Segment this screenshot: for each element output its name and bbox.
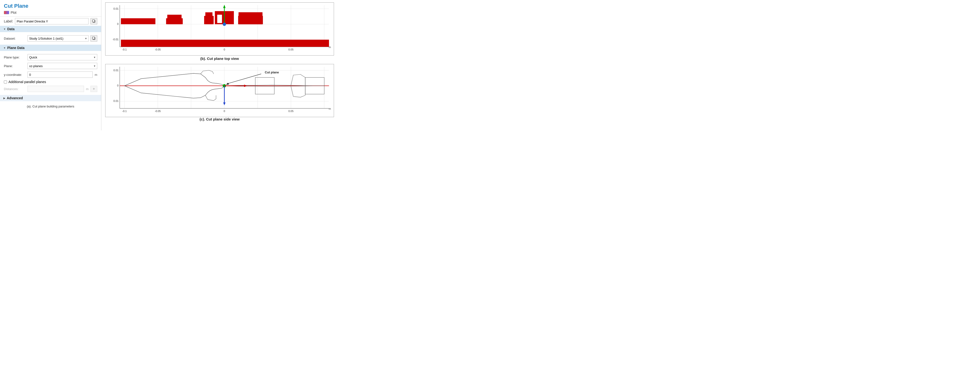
svg-text:m: m xyxy=(329,46,331,48)
advanced-section-header[interactable]: ▶ Advanced xyxy=(0,95,101,101)
plane-type-label: Plane type: xyxy=(4,56,25,59)
svg-rect-6 xyxy=(105,3,334,55)
plane-data-section-content: Plane type: Quick ▼ Plane: xz-planes ▼ y… xyxy=(0,51,101,95)
bottom-chart-title: (c). Cut plane side view xyxy=(105,117,334,121)
svg-text:0: 0 xyxy=(224,48,225,51)
svg-text:-0.1: -0.1 xyxy=(122,110,127,113)
svg-rect-31 xyxy=(166,18,183,24)
ycoord-row: y-coordinate: m xyxy=(0,70,101,79)
data-section-header[interactable]: ▼ Data xyxy=(0,26,101,32)
plot-icon xyxy=(4,11,9,14)
svg-rect-35 xyxy=(217,15,222,23)
label-input[interactable] xyxy=(15,18,89,24)
svg-text:0.01: 0.01 xyxy=(113,7,118,10)
svg-text:-0.01: -0.01 xyxy=(113,38,119,41)
svg-text:0.01: 0.01 xyxy=(113,69,118,72)
svg-text:0.05: 0.05 xyxy=(288,110,293,113)
svg-text:m: m xyxy=(329,107,331,110)
top-chart-svg: 0.01 0 -0.01 -0.1 -0.05 0 0.05 m xyxy=(105,3,334,55)
additional-planes-label: Additional parallel planes xyxy=(8,80,46,84)
distances-label: Distances: xyxy=(4,87,25,91)
plane-type-select[interactable]: Quick xyxy=(27,54,97,61)
svg-text:-0.1: -0.1 xyxy=(122,48,127,51)
plane-type-row: Plane type: Quick ▼ xyxy=(0,53,101,62)
label-field-label: Label: xyxy=(4,19,13,23)
svg-rect-3 xyxy=(92,37,95,39)
distances-input[interactable] xyxy=(27,86,84,92)
svg-text:-0.05: -0.05 xyxy=(155,48,161,51)
data-section-title: Data xyxy=(7,27,14,31)
ycoord-unit: m xyxy=(95,73,97,77)
advanced-section-title: Advanced xyxy=(7,96,23,100)
plane-select[interactable]: xz-planes xyxy=(27,63,97,69)
data-section-arrow: ▼ xyxy=(3,28,6,30)
svg-rect-29 xyxy=(121,18,156,24)
svg-rect-37 xyxy=(238,16,263,24)
label-copy-button[interactable] xyxy=(91,18,97,24)
dataset-select-wrapper: Study 1/Solution 1 (sol1) ▼ xyxy=(27,35,89,41)
panel-caption: (a). Cut plane building parameters xyxy=(0,101,101,109)
distances-row: Distances: m xyxy=(0,85,101,93)
svg-rect-28 xyxy=(121,40,329,47)
dataset-row: Dataset: Study 1/Solution 1 (sol1) ▼ xyxy=(0,34,101,43)
right-panel: 0.01 0 -0.01 -0.1 -0.05 0 0.05 m xyxy=(101,0,338,130)
left-panel: Cut Plane Plot Label: ▼ Data Dataset: St… xyxy=(0,0,101,130)
svg-rect-42 xyxy=(105,64,334,117)
distances-unit: m xyxy=(86,87,89,91)
data-section-content: Dataset: Study 1/Solution 1 (sol1) ▼ xyxy=(0,32,101,45)
svg-rect-33 xyxy=(204,16,213,24)
ycoord-input[interactable] xyxy=(27,72,93,78)
top-chart-title: (b). Cut plane top view xyxy=(105,56,334,61)
plane-select-wrapper: xz-planes ▼ xyxy=(27,63,97,69)
top-chart-block: 0.01 0 -0.01 -0.1 -0.05 0 0.05 m xyxy=(105,2,334,62)
plane-data-section-arrow: ▼ xyxy=(3,46,6,49)
plane-data-section-title: Plane Data xyxy=(7,46,25,50)
plane-label: Plane: xyxy=(4,64,25,68)
bottom-chart-svg: 0.01 0 0.01 -0.1 -0.05 0 0.05 m xyxy=(105,64,334,117)
svg-text:0: 0 xyxy=(117,22,118,26)
label-row: Label: xyxy=(0,16,101,26)
dataset-select[interactable]: Study 1/Solution 1 (sol1) xyxy=(27,35,89,41)
svg-text:0.05: 0.05 xyxy=(288,48,293,51)
plane-data-section-header[interactable]: ▼ Plane Data xyxy=(0,45,101,51)
top-chart-container: 0.01 0 -0.01 -0.1 -0.05 0 0.05 m xyxy=(105,2,334,56)
advanced-section-arrow: ▶ xyxy=(3,97,5,99)
plot-label: Plot xyxy=(11,11,16,14)
panel-title: Cut Plane xyxy=(0,3,101,10)
plane-row: Plane: xz-planes ▼ xyxy=(0,62,101,70)
svg-rect-1 xyxy=(92,20,95,22)
svg-text:Cut plane: Cut plane xyxy=(265,70,279,74)
plot-row: Plot xyxy=(0,10,101,16)
svg-text:-0.05: -0.05 xyxy=(155,110,161,113)
svg-rect-5 xyxy=(94,88,94,90)
additional-planes-row: Additional parallel planes xyxy=(0,79,101,85)
plane-type-select-wrapper: Quick ▼ xyxy=(27,54,97,61)
svg-text:0: 0 xyxy=(224,110,225,113)
ycoord-label: y-coordinate: xyxy=(4,73,25,77)
additional-planes-checkbox[interactable] xyxy=(4,80,7,83)
svg-point-40 xyxy=(223,22,226,26)
dataset-label: Dataset: xyxy=(4,37,25,40)
svg-text:0: 0 xyxy=(117,84,118,87)
svg-text:0.01: 0.01 xyxy=(113,99,118,102)
dataset-copy-button[interactable] xyxy=(91,35,97,41)
distances-button[interactable] xyxy=(91,86,97,92)
bottom-chart-container: 0.01 0 0.01 -0.1 -0.05 0 0.05 m xyxy=(105,64,334,117)
bottom-chart-block: 0.01 0 0.01 -0.1 -0.05 0 0.05 m xyxy=(105,64,334,122)
